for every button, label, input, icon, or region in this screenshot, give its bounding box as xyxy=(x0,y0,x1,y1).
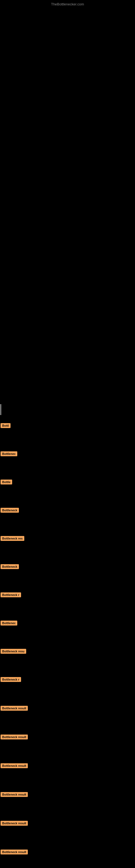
bottleneck-badge: Bottleneck result xyxy=(1,763,28,768)
list-item: Bottleneck result xyxy=(0,735,135,739)
list-item: Bottleneck resu xyxy=(0,649,135,654)
list-item: Bottleneck r xyxy=(0,677,135,682)
bottleneck-badge: Bottleneck resu xyxy=(1,649,26,654)
list-item: Bottleneck r xyxy=(0,592,135,597)
list-item: Bottleneck result xyxy=(0,849,135,855)
bottleneck-badge: Bottleneck r xyxy=(1,677,21,682)
list-item: Bottleneck result xyxy=(0,792,135,797)
list-item: Bottl xyxy=(0,423,135,428)
list-item: Bottleneck xyxy=(0,564,135,569)
bottleneck-badge: Bottleneck xyxy=(1,564,19,569)
list-item: Bottleneck result xyxy=(0,821,135,826)
bottleneck-badge: Bottlenec xyxy=(1,452,17,456)
bottleneck-items-list: BottlBottlenecBottleBottleneckBottleneck… xyxy=(0,423,135,868)
bottleneck-badge: Bottleneck res xyxy=(1,536,24,541)
bottleneck-badge: Bottleneck result xyxy=(1,849,28,855)
vertical-bar xyxy=(1,404,1,415)
bottleneck-badge: Bottleneck result xyxy=(1,792,28,797)
list-item: Bottleneck xyxy=(0,508,135,513)
list-item: Bottleneck res xyxy=(0,536,135,541)
bottleneck-badge: Bottleneck xyxy=(1,508,19,513)
list-item: Bottle xyxy=(0,479,135,485)
bottleneck-badge: Bottle xyxy=(1,479,12,485)
bottleneck-badge: Bottleneck r xyxy=(1,592,21,597)
site-title: TheBottlenecker.com xyxy=(51,2,84,6)
list-item: Bottleneck result xyxy=(0,763,135,768)
bottleneck-badge: Bottleneck result xyxy=(1,706,28,711)
bottleneck-badge: Bottlenec xyxy=(1,621,17,625)
bottleneck-badge: Bottleneck result xyxy=(1,821,28,826)
bottleneck-badge: Bottl xyxy=(1,423,10,428)
list-item: Bottlenec xyxy=(0,452,135,456)
list-item: Bottlenec xyxy=(0,621,135,625)
list-item: Bottleneck result xyxy=(0,706,135,711)
bottleneck-badge: Bottleneck result xyxy=(1,735,28,739)
